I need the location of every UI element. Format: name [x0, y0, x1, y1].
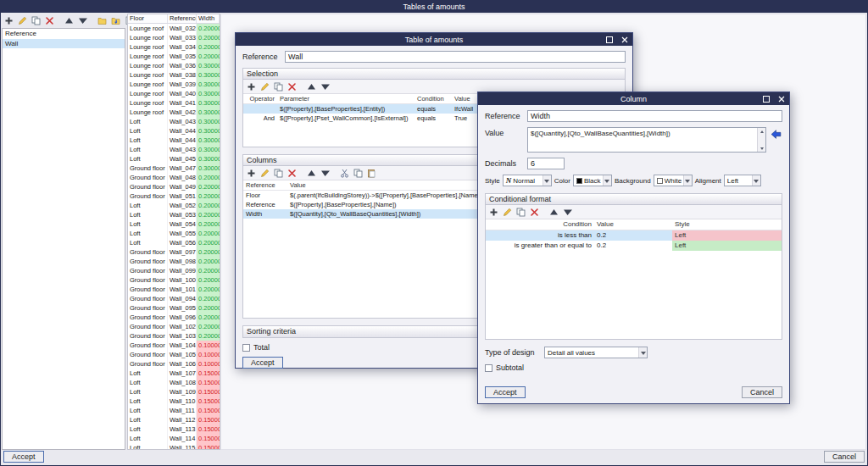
- delete-icon[interactable]: [528, 206, 541, 218]
- delete-icon[interactable]: [286, 80, 298, 92]
- background-dropdown[interactable]: White: [654, 175, 693, 186]
- edit-icon[interactable]: [501, 206, 514, 218]
- grid-row[interactable]: Loft Wall_107 0.150000: [128, 369, 220, 378]
- grid-row[interactable]: Ground floor Wall_048 0.200000: [128, 173, 220, 182]
- grid-row[interactable]: Loft Wall_111 0.150000: [128, 406, 220, 415]
- grid-row[interactable]: Ground floor Wall_096 0.200000: [128, 313, 220, 322]
- grid-col-width[interactable]: Width: [197, 14, 220, 23]
- grid-row[interactable]: Loft Wall_055 0.200000: [128, 229, 220, 238]
- conditional-format-row[interactable]: is less than 0.2 Left: [486, 230, 782, 241]
- copy-icon[interactable]: [30, 14, 42, 26]
- grid-col-floor[interactable]: Floor: [128, 14, 168, 23]
- grid-row[interactable]: Ground floor Wall_103 0.200000: [128, 331, 220, 341]
- add-icon[interactable]: [3, 14, 15, 26]
- table-dialog-accept-button[interactable]: Accept: [242, 357, 283, 369]
- grid-row[interactable]: Ground floor Wall_051 0.200000: [128, 191, 220, 201]
- column-reference-input[interactable]: Width: [527, 110, 782, 122]
- type-of-design-dropdown[interactable]: Detail all values: [544, 347, 648, 358]
- move-down-icon[interactable]: [319, 80, 331, 92]
- grid-row[interactable]: Loft Wall_045 0.300000: [128, 154, 220, 164]
- copy-icon[interactable]: [272, 80, 285, 92]
- grid-row[interactable]: Lounge roof Wall_035 0.200000: [128, 52, 220, 61]
- grid-row[interactable]: Lounge roof Wall_032 0.200000: [128, 24, 220, 33]
- copy-icon[interactable]: [352, 167, 364, 179]
- grid-row[interactable]: Loft Wall_109 0.150000: [128, 387, 220, 397]
- color-dropdown[interactable]: Black: [573, 175, 612, 186]
- reference-list-item[interactable]: Wall: [3, 39, 125, 48]
- grid-row[interactable]: Ground floor Wall_098 0.200000: [128, 257, 220, 266]
- value-input[interactable]: $([Quantity],[Qto_WallBaseQuantities],[W…: [527, 127, 766, 153]
- grid-row[interactable]: Ground floor Wall_101 0.200000: [128, 285, 220, 294]
- move-up-icon[interactable]: [305, 167, 318, 179]
- delete-icon[interactable]: [43, 14, 56, 26]
- grid-row[interactable]: Lounge roof Wall_041 0.300000: [128, 98, 220, 108]
- grid-row[interactable]: Ground floor Wall_105 0.100000: [128, 350, 220, 359]
- add-icon[interactable]: [245, 167, 258, 179]
- scroll-down-icon[interactable]: [758, 144, 766, 152]
- grid-row[interactable]: Loft Wall_108 0.150000: [128, 378, 220, 387]
- grid-row[interactable]: Lounge roof Wall_038 0.300000: [128, 70, 220, 80]
- grid-row[interactable]: Loft Wall_056 0.200000: [128, 238, 220, 247]
- grid-row[interactable]: Loft Wall_044 0.300000: [128, 126, 220, 136]
- decimals-input[interactable]: 6: [527, 158, 565, 169]
- grid-row[interactable]: Loft Wall_110 0.150000: [128, 397, 220, 406]
- grid-row[interactable]: Ground floor Wall_095 0.200000: [128, 303, 220, 313]
- grid-row[interactable]: Lounge roof Wall_036 0.300000: [128, 61, 220, 70]
- conditional-format-row[interactable]: is greater than or equal to 0.2 Left: [486, 241, 782, 251]
- grid-row[interactable]: Loft Wall_114 0.150000: [128, 434, 220, 443]
- delete-icon[interactable]: [286, 167, 298, 179]
- add-icon[interactable]: [487, 206, 500, 218]
- paste-icon[interactable]: [365, 167, 378, 179]
- insert-parameter-arrow-icon[interactable]: [769, 127, 782, 141]
- column-dialog-cancel-button[interactable]: Cancel: [742, 386, 782, 398]
- main-accept-button[interactable]: Accept: [3, 451, 44, 463]
- grid-row[interactable]: Loft Wall_043 0.300000: [128, 117, 220, 126]
- grid-row[interactable]: Lounge roof Wall_033 0.200000: [128, 33, 220, 42]
- grid-row[interactable]: Loft Wall_115 0.150000: [128, 443, 220, 450]
- edit-icon[interactable]: [16, 14, 29, 26]
- move-down-icon[interactable]: [76, 14, 89, 26]
- maximize-icon[interactable]: [604, 35, 614, 44]
- grid-row[interactable]: Ground floor Wall_047 0.300000: [128, 164, 220, 173]
- grid-row[interactable]: Loft Wall_052 0.200000: [128, 201, 220, 210]
- grid-row[interactable]: Lounge roof Wall_034 0.200000: [128, 42, 220, 52]
- move-down-icon[interactable]: [561, 206, 574, 218]
- style-dropdown[interactable]: N Normal: [503, 175, 552, 186]
- grid-row[interactable]: Loft Wall_112 0.150000: [128, 415, 220, 424]
- grid-row[interactable]: Lounge roof Wall_039 0.300000: [128, 80, 220, 89]
- column-dialog-titlebar[interactable]: Column: [478, 92, 789, 105]
- grid-row[interactable]: Ground floor Wall_094 0.200000: [128, 294, 220, 303]
- grid-row[interactable]: Lounge roof Wall_040 0.300000: [128, 89, 220, 98]
- edit-icon[interactable]: [259, 167, 271, 179]
- reference-input[interactable]: Wall: [285, 51, 626, 63]
- maximize-icon[interactable]: [761, 94, 771, 103]
- close-icon[interactable]: [620, 35, 629, 44]
- folder-open-icon[interactable]: [96, 14, 108, 26]
- move-up-icon[interactable]: [305, 80, 318, 92]
- subtotal-checkbox[interactable]: [485, 364, 492, 372]
- grid-row[interactable]: Ground floor Wall_102 0.200000: [128, 322, 220, 331]
- copy-icon[interactable]: [272, 167, 285, 179]
- total-checkbox[interactable]: [242, 344, 250, 352]
- grid-row[interactable]: Ground floor Wall_100 0.200000: [128, 275, 220, 285]
- table-dialog-titlebar[interactable]: Table of amounts: [236, 33, 632, 46]
- move-up-icon[interactable]: [548, 206, 560, 218]
- close-icon[interactable]: [776, 94, 786, 103]
- grid-col-reference[interactable]: Reference: [168, 14, 197, 23]
- main-titlebar[interactable]: Tables of amounts: [0, 0, 868, 13]
- column-dialog-accept-button[interactable]: Accept: [485, 386, 526, 398]
- grid-row[interactable]: Loft Wall_044 0.300000: [128, 136, 220, 145]
- grid-row[interactable]: Loft Wall_043 0.300000: [128, 145, 220, 154]
- alignment-dropdown[interactable]: Left: [724, 175, 761, 186]
- grid-row[interactable]: Ground floor Wall_104 0.100000: [128, 341, 220, 350]
- scroll-up-icon[interactable]: [758, 128, 766, 136]
- folder-save-icon[interactable]: [109, 14, 122, 26]
- grid-row[interactable]: Ground floor Wall_099 0.200000: [128, 266, 220, 275]
- grid-row[interactable]: Ground floor Wall_049 0.200000: [128, 182, 220, 191]
- grid-row[interactable]: Lounge roof Wall_042 0.300000: [128, 108, 220, 117]
- main-cancel-button[interactable]: Cancel: [824, 451, 865, 463]
- add-icon[interactable]: [245, 80, 258, 92]
- grid-row[interactable]: Loft Wall_054 0.200000: [128, 219, 220, 229]
- edit-icon[interactable]: [259, 80, 271, 92]
- grid-row[interactable]: Ground floor Wall_106 0.100000: [128, 359, 220, 369]
